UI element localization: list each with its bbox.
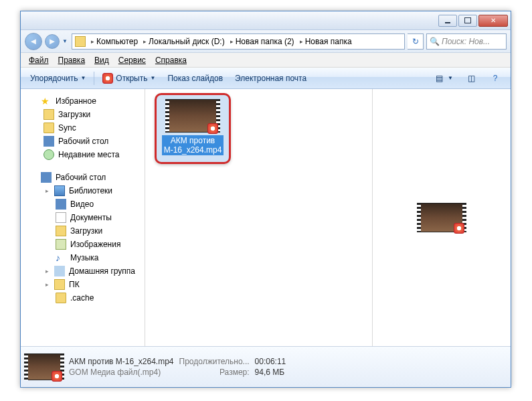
organize-button[interactable]: Упорядочить▼ (25, 71, 91, 86)
tree-downloads2[interactable]: Загрузки (21, 224, 145, 238)
breadcrumb-segment[interactable]: ▸Новая папка (297, 34, 355, 49)
breadcrumb-segment[interactable]: ▸Локальный диск (D:) (141, 34, 228, 49)
file-list[interactable]: АКМ противМ-16_x264.mp4 (148, 89, 373, 346)
user-icon (54, 279, 65, 290)
breadcrumb-segment[interactable]: ▸Новая папка (2) (228, 34, 297, 49)
tree-pictures[interactable]: Изображения (21, 238, 145, 251)
gom-icon (102, 73, 113, 84)
star-icon: ★ (41, 96, 52, 106)
address-bar-row: ◄ ► ▼ ▸Компьютер ▸Локальный диск (D:) ▸Н… (21, 30, 511, 53)
breadcrumb-label: Новая папка (305, 37, 352, 46)
tree-desktop-root[interactable]: Рабочий стол (21, 171, 145, 184)
tree-recent[interactable]: Недавние места (21, 148, 145, 161)
search-placeholder: Поиск: Нов... (442, 37, 490, 46)
gom-overlay-icon (207, 123, 218, 134)
titlebar (21, 11, 511, 30)
folder-icon (43, 123, 54, 133)
tree-cache[interactable]: .cache (21, 291, 145, 305)
desktop-icon (41, 172, 52, 183)
breadcrumb-label: Новая папка (2) (236, 37, 294, 46)
nav-history-dropdown[interactable]: ▼ (62, 38, 69, 44)
view-mode-button[interactable]: ▤▼ (428, 70, 458, 87)
slideshow-button[interactable]: Показ слайдов (162, 71, 228, 86)
details-pane: АКМ против М-16_x264.mp4 Продолжительно.… (21, 346, 511, 386)
close-button[interactable] (478, 15, 508, 27)
menu-tools[interactable]: Сервис (114, 54, 150, 66)
breadcrumb-bar[interactable]: ▸Компьютер ▸Локальный диск (D:) ▸Новая п… (72, 33, 405, 50)
preview-thumbnail (420, 203, 463, 232)
search-input[interactable]: 🔍 Поиск: Нов... (426, 33, 507, 50)
tree-favorites[interactable]: ★Избранное (21, 94, 145, 108)
tree-desktop[interactable]: Рабочий стол (21, 135, 145, 148)
tree-music[interactable]: ♪Музыка (21, 251, 145, 264)
menu-file[interactable]: Файл (25, 54, 53, 66)
gom-overlay-icon (454, 223, 464, 234)
details-thumbnail (27, 353, 61, 380)
tree-homegroup[interactable]: ▸Домашняя группа (21, 264, 145, 278)
minimize-button[interactable] (438, 15, 457, 27)
menu-help[interactable]: Справка (151, 54, 191, 66)
tree-sync[interactable]: Sync (21, 121, 145, 135)
open-button[interactable]: Открыть▼ (97, 70, 161, 86)
details-filename: АКМ против М-16_x264.mp4 (69, 357, 174, 366)
homegroup-icon (54, 266, 65, 276)
document-icon (56, 212, 66, 223)
folder-icon (43, 109, 54, 120)
menu-bar: Файл Правка Вид Сервис Справка (21, 53, 511, 68)
forward-button[interactable]: ► (45, 34, 60, 49)
details-duration-label: Продолжительно... (179, 357, 250, 366)
file-thumbnail (169, 99, 217, 133)
recent-icon (43, 149, 54, 160)
folder-icon (75, 36, 86, 47)
pictures-icon (56, 239, 66, 250)
content-wrap: АКМ противМ-16_x264.mp4 (148, 89, 511, 346)
refresh-button[interactable]: ↻ (408, 33, 424, 50)
body: ★Избранное Загрузки Sync Рабочий стол Не… (21, 89, 511, 346)
details-filetype: GOM Медиа файл(.mp4) (69, 368, 174, 377)
tree-downloads[interactable]: Загрузки (21, 108, 145, 121)
back-button[interactable]: ◄ (25, 33, 42, 50)
maximize-button[interactable] (458, 15, 477, 27)
navigation-pane[interactable]: ★Избранное Загрузки Sync Рабочий стол Не… (21, 89, 145, 346)
tree-documents[interactable]: Документы (21, 211, 145, 224)
search-icon: 🔍 (430, 37, 440, 46)
details-duration: 00:06:11 (255, 357, 286, 366)
tree-video[interactable]: Видео (21, 197, 145, 211)
breadcrumb-segment[interactable]: ▸Компьютер (88, 34, 141, 49)
desktop-icon (43, 136, 54, 147)
selected-file-highlight: АКМ противМ-16_x264.mp4 (155, 93, 231, 164)
music-icon: ♪ (56, 252, 66, 263)
details-size-label: Размер: (179, 368, 250, 377)
breadcrumb-label: Компьютер (96, 37, 138, 46)
help-button[interactable]: ? (484, 70, 507, 87)
tree-pc[interactable]: ▸ПК (21, 278, 145, 291)
libraries-icon (54, 185, 65, 196)
folder-icon (56, 293, 66, 303)
email-button[interactable]: Электронная почта (230, 71, 312, 86)
gom-overlay-icon (52, 371, 62, 382)
preview-pane-icon: ◫ (465, 72, 477, 84)
explorer-window: ◄ ► ▼ ▸Компьютер ▸Локальный диск (D:) ▸Н… (20, 11, 511, 388)
file-name: АКМ противМ-16_x264.mp4 (162, 135, 224, 155)
details-size: 94,6 МБ (255, 368, 286, 377)
toolbar-separator (94, 72, 94, 85)
folder-icon (56, 226, 66, 236)
help-icon: ? (489, 72, 501, 84)
tree-libraries[interactable]: ▸Библиотеки (21, 184, 145, 197)
preview-pane (373, 89, 511, 346)
video-icon (56, 199, 66, 210)
menu-view[interactable]: Вид (90, 54, 113, 66)
file-tile[interactable]: АКМ противМ-16_x264.mp4 (162, 99, 224, 155)
view-icon: ▤ (433, 72, 445, 84)
breadcrumb-label: Локальный диск (D:) (149, 37, 225, 46)
preview-pane-button[interactable]: ◫ (460, 70, 482, 87)
toolbar: Упорядочить▼ Открыть▼ Показ слайдов Элек… (21, 68, 511, 89)
menu-edit[interactable]: Правка (54, 54, 90, 66)
